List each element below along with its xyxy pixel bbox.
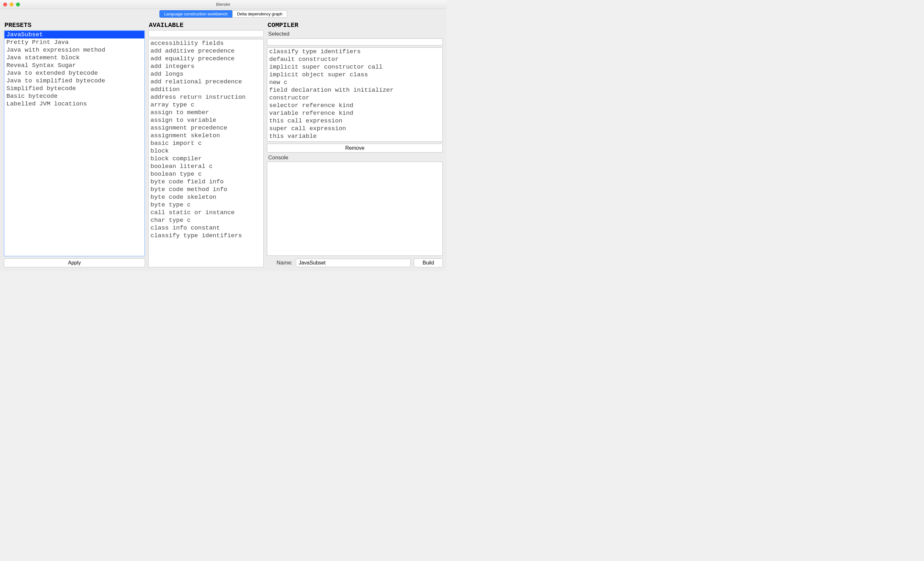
titlebar: Blender	[0, 0, 447, 9]
preset-item[interactable]: Java to extended bytecode	[4, 69, 144, 77]
compiler-selected-item[interactable]: variable reference kind	[267, 109, 442, 117]
preset-item[interactable]: Java statement block	[4, 54, 144, 61]
available-item[interactable]: boolean type c	[148, 170, 263, 178]
available-header: AVAILABLE	[148, 21, 264, 30]
compiler-selected-item[interactable]: this variable	[267, 132, 442, 140]
available-item[interactable]: classify type identifiers	[148, 232, 263, 239]
available-item[interactable]: block compiler	[148, 155, 263, 163]
available-item[interactable]: accessibility fields	[148, 39, 263, 47]
available-item[interactable]: char type c	[148, 216, 263, 224]
available-item[interactable]: add longs	[148, 70, 263, 78]
preset-item[interactable]: Pretty Print Java	[4, 39, 144, 46]
preset-item[interactable]: Java to simplified bytecode	[4, 77, 144, 85]
compiler-search-input[interactable]	[267, 39, 443, 45]
preset-item[interactable]: Simplified bytecode	[4, 85, 144, 92]
compiler-bottom-row: Name: Build	[267, 258, 443, 267]
console-label: Console	[267, 153, 443, 162]
tab-group: Language construction workbench Delta de…	[159, 10, 288, 18]
name-input[interactable]	[296, 259, 411, 267]
compiler-selected-item[interactable]: implicit object super class	[267, 71, 442, 79]
available-panel: AVAILABLE accessibility fieldsadd additi…	[148, 21, 264, 267]
available-item[interactable]: address return instruction	[148, 93, 263, 101]
build-button[interactable]: Build	[414, 258, 443, 267]
selected-label: Selected	[267, 30, 443, 39]
window-title: Blender	[3, 2, 443, 7]
available-item[interactable]: basic import c	[148, 139, 263, 147]
compiler-selected-item[interactable]: new c	[267, 79, 442, 86]
tab-delta-dependency-graph[interactable]: Delta dependency graph	[232, 10, 288, 18]
compiler-selected-item[interactable]: this call expression	[267, 117, 442, 125]
compiler-panel: COMPILER Selected classify type identifi…	[267, 21, 443, 267]
main-content: PRESETS JavaSubsetPretty Print JavaJava …	[0, 19, 447, 271]
available-item[interactable]: add relational precedence	[148, 78, 263, 85]
available-item[interactable]: add additive precedence	[148, 47, 263, 55]
preset-item[interactable]: Basic bytecode	[4, 92, 144, 100]
available-item[interactable]: byte code method info	[148, 186, 263, 193]
available-item[interactable]: byte type c	[148, 201, 263, 209]
compiler-selected-item[interactable]: constructor	[267, 94, 442, 102]
presets-listbox[interactable]: JavaSubsetPretty Print JavaJava with exp…	[4, 30, 145, 256]
available-item[interactable]: class info constant	[148, 224, 263, 232]
available-item[interactable]: boolean literal c	[148, 163, 263, 170]
compiler-selected-item[interactable]: field declaration	[267, 140, 442, 142]
preset-item[interactable]: JavaSubset	[4, 31, 144, 39]
available-item[interactable]: addition	[148, 85, 263, 93]
compiler-selected-item[interactable]: implicit super constructor call	[267, 63, 442, 71]
apply-button[interactable]: Apply	[4, 258, 145, 267]
presets-panel: PRESETS JavaSubsetPretty Print JavaJava …	[4, 21, 145, 267]
compiler-selected-listbox[interactable]: classify type identifiersdefault constru…	[267, 48, 443, 142]
maximize-window-button[interactable]	[16, 3, 20, 6]
compiler-selected-item[interactable]: selector reference kind	[267, 102, 442, 109]
available-item[interactable]: block	[148, 147, 263, 155]
available-item[interactable]: byte code field info	[148, 178, 263, 186]
presets-header: PRESETS	[4, 21, 145, 30]
available-item[interactable]: assignment precedence	[148, 124, 263, 132]
available-item[interactable]: add integers	[148, 63, 263, 70]
available-item[interactable]: byte code skeleton	[148, 193, 263, 201]
app-window: Blender Language construction workbench …	[0, 0, 447, 271]
remove-button[interactable]: Remove	[267, 144, 443, 153]
close-window-button[interactable]	[3, 3, 7, 6]
console-output	[267, 162, 443, 256]
name-label: Name:	[267, 260, 292, 266]
preset-item[interactable]: Labelled JVM locations	[4, 100, 144, 108]
available-item[interactable]: call static or instance	[148, 209, 263, 216]
compiler-header: COMPILER	[267, 21, 443, 30]
tab-row: Language construction workbench Delta de…	[0, 9, 447, 19]
tab-language-construction-workbench[interactable]: Language construction workbench	[159, 10, 232, 18]
minimize-window-button[interactable]	[10, 3, 14, 6]
available-search-input[interactable]	[148, 30, 264, 37]
available-listbox[interactable]: accessibility fieldsadd additive precede…	[148, 39, 264, 267]
available-item[interactable]: assignment skeleton	[148, 132, 263, 139]
available-item[interactable]: add equality precedence	[148, 55, 263, 63]
compiler-selected-item[interactable]: classify type identifiers	[267, 48, 442, 55]
available-item[interactable]: array type c	[148, 101, 263, 109]
preset-item[interactable]: Java with expression method	[4, 46, 144, 54]
available-item[interactable]: assign to variable	[148, 117, 263, 124]
compiler-selected-item[interactable]: default constructor	[267, 55, 442, 63]
traffic-lights	[3, 3, 20, 6]
preset-item[interactable]: Reveal Syntax Sugar	[4, 61, 144, 69]
compiler-selected-item[interactable]: field declaration with initializer	[267, 86, 442, 94]
compiler-selected-item[interactable]: super call expression	[267, 125, 442, 132]
available-item[interactable]: assign to member	[148, 109, 263, 117]
